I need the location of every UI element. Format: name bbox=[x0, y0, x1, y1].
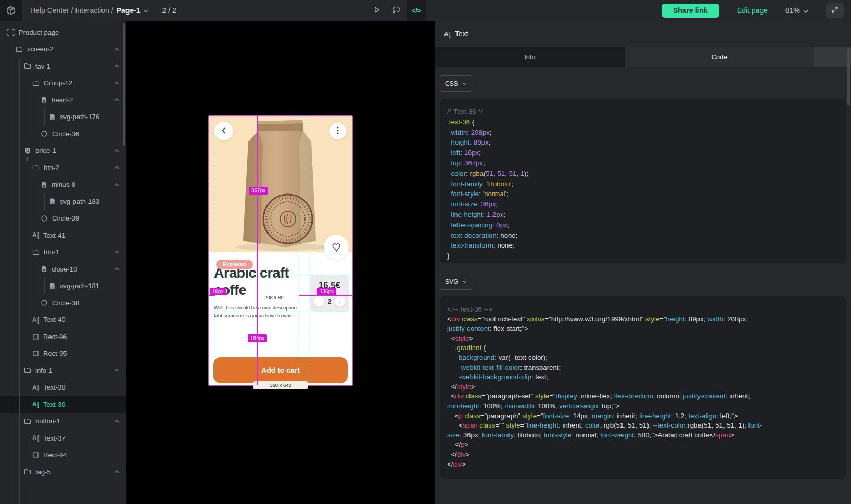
chevron-up-icon[interactable] bbox=[114, 64, 119, 68]
code-mode-button[interactable]: </> bbox=[407, 0, 426, 21]
layer-row-group-12[interactable]: Group-12 bbox=[0, 75, 126, 92]
comments-button[interactable] bbox=[387, 0, 407, 21]
layer-row-text-41[interactable]: A[Text-41 bbox=[0, 227, 126, 244]
more-options-button[interactable] bbox=[329, 123, 346, 139]
app-logo-icon[interactable] bbox=[0, 0, 22, 21]
layer-row-circle-39[interactable]: Circle-39 bbox=[0, 210, 126, 227]
chevron-up-icon[interactable] bbox=[114, 98, 119, 101]
file-layer-icon bbox=[49, 282, 56, 290]
layer-row-info-1[interactable]: info-1 bbox=[0, 362, 126, 379]
layer-row-svg-path-176[interactable]: svg-path-176 bbox=[0, 109, 126, 126]
guide-line bbox=[209, 275, 352, 275]
tree-indent-guide bbox=[19, 244, 20, 261]
share-link-button[interactable]: Share link bbox=[662, 4, 719, 18]
tree-indent-guide bbox=[28, 176, 28, 193]
chevron-down-icon[interactable] bbox=[143, 9, 148, 12]
code-line: <p class="paragraph" style="font-size: 1… bbox=[447, 411, 839, 421]
text-layer-icon: A[ bbox=[32, 317, 39, 323]
chevron-up-icon[interactable] bbox=[114, 251, 119, 254]
edit-page-link[interactable]: Edit page bbox=[737, 6, 768, 15]
layer-row-rect-96[interactable]: Rect-96 bbox=[0, 328, 126, 345]
design-frame[interactable]: Expresso Arabic craft coffe 208 x 89 16.… bbox=[208, 115, 353, 386]
layer-row-close-10[interactable]: close-10 bbox=[0, 261, 126, 278]
add-to-cart-button[interactable]: Add to cart bbox=[213, 357, 348, 383]
layers-sidebar: Product pagescreen-2fav-1Group-12heart-2… bbox=[0, 21, 126, 504]
favorite-button[interactable] bbox=[324, 235, 349, 260]
dropdown-value: SVG bbox=[445, 278, 458, 286]
tab-code[interactable]: Code bbox=[625, 47, 814, 67]
css-code-block[interactable]: /* Text-36 */.text-36 { width: 208px; he… bbox=[440, 99, 846, 263]
tree-indent-guide bbox=[11, 278, 11, 295]
tree-indent-guide bbox=[28, 244, 28, 261]
canvas[interactable]: Expresso Arabic craft coffe 208 x 89 16.… bbox=[126, 21, 435, 504]
code-line: line-height: 1.2px; bbox=[447, 210, 839, 220]
preview-play-button[interactable] bbox=[367, 0, 387, 21]
chevron-up-icon[interactable] bbox=[114, 48, 119, 51]
layer-row-heart-2[interactable]: heart-2 bbox=[0, 92, 126, 109]
layer-row-text-40[interactable]: A[Text-40 bbox=[0, 312, 126, 329]
svg-language-dropdown[interactable]: SVG bbox=[440, 274, 472, 290]
svg-code-block[interactable]: <!-- Text-36 --><div class="root rich-te… bbox=[440, 296, 846, 479]
measure-line bbox=[257, 116, 258, 385]
minus-button[interactable]: − bbox=[314, 296, 324, 307]
product-title[interactable]: Arabic craft coffe bbox=[214, 265, 303, 299]
tabbar-filler bbox=[814, 47, 851, 67]
chevron-up-icon[interactable] bbox=[114, 166, 119, 169]
chevron-up-icon[interactable] bbox=[114, 267, 119, 270]
code-line: /* Text-36 */ bbox=[447, 107, 839, 117]
code-icon: </> bbox=[412, 7, 422, 15]
layer-row-button-1[interactable]: button-1 bbox=[0, 413, 126, 430]
layer-label: Rect-94 bbox=[43, 451, 67, 459]
layer-row-text-37[interactable]: A[Text-37 bbox=[0, 430, 126, 447]
panel-scrollbar[interactable] bbox=[847, 48, 850, 105]
chevron-up-icon[interactable] bbox=[114, 82, 119, 85]
code-line: <!-- Text-36 --> bbox=[447, 305, 839, 315]
layer-row-tag-5[interactable]: tag-5 bbox=[0, 463, 126, 481]
layer-row-circle-38[interactable]: Circle-38 bbox=[0, 294, 126, 312]
zoom-control[interactable]: 81% bbox=[785, 6, 808, 15]
tree-indent-guide bbox=[36, 294, 36, 312]
tab-info[interactable]: Info bbox=[435, 47, 625, 67]
layer-row-product-page[interactable]: Product page bbox=[0, 24, 126, 41]
tree-indent-guide bbox=[11, 413, 11, 430]
layer-row-text-36[interactable]: A[Text-36 bbox=[0, 396, 126, 413]
tree-indent-guide bbox=[36, 176, 36, 193]
layer-row-svg-path-183[interactable]: svg-path-183 bbox=[0, 193, 126, 210]
chevron-up-icon[interactable] bbox=[114, 420, 119, 423]
layer-row-rect-95[interactable]: Rect-95 bbox=[0, 345, 126, 363]
fullscreen-button[interactable] bbox=[826, 3, 844, 18]
layer-row-rect-94[interactable]: Rect-94 bbox=[0, 447, 126, 464]
text-size-label: 208 x 89 bbox=[264, 294, 283, 300]
back-button[interactable] bbox=[214, 122, 233, 140]
guide-line bbox=[215, 116, 215, 385]
layer-label: price-1 bbox=[35, 147, 56, 154]
chevron-up-icon[interactable] bbox=[114, 183, 119, 186]
layer-row-price-1[interactable]: price-1 bbox=[0, 143, 126, 160]
chevron-up-icon[interactable] bbox=[114, 369, 119, 372]
page-counter: 2 / 2 bbox=[162, 6, 176, 15]
chevron-up-icon[interactable] bbox=[114, 470, 119, 473]
plus-button[interactable]: + bbox=[335, 296, 345, 307]
layer-row-svg-path-181[interactable]: svg-path-181 bbox=[0, 278, 126, 295]
tree-indent-guide bbox=[36, 261, 36, 278]
tree-indent-guide bbox=[11, 312, 11, 329]
layer-row-screen-2[interactable]: screen-2 bbox=[0, 41, 126, 58]
sidebar-scrollbar[interactable] bbox=[123, 23, 125, 146]
layer-row-minus-8[interactable]: minus-8 bbox=[0, 176, 126, 193]
code-line: </div> bbox=[447, 450, 839, 460]
tree-indent-guide bbox=[36, 125, 36, 143]
breadcrumb-current-page[interactable]: Page-1 bbox=[117, 6, 141, 15]
css-language-dropdown[interactable]: CSS bbox=[440, 75, 472, 92]
layer-row-btn-2[interactable]: ↑btn-2 bbox=[0, 159, 126, 176]
product-image-section[interactable] bbox=[209, 116, 352, 252]
breadcrumb[interactable]: Help Center / Interaction / Page-1 bbox=[30, 6, 148, 15]
product-tag[interactable]: Expresso bbox=[216, 260, 253, 269]
file-layer-icon bbox=[49, 198, 56, 205]
tree-indent-guide bbox=[36, 193, 36, 210]
layer-row-btn-1[interactable]: btn-1 bbox=[0, 244, 126, 261]
layer-row-text-38[interactable]: A[Text-38 bbox=[0, 379, 126, 396]
layer-label: Text-36 bbox=[43, 400, 66, 408]
layer-row-fav-1[interactable]: fav-1 bbox=[0, 58, 126, 75]
layer-row-circle-36[interactable]: Circle-36 bbox=[0, 125, 126, 143]
chevron-up-icon[interactable] bbox=[114, 149, 119, 152]
